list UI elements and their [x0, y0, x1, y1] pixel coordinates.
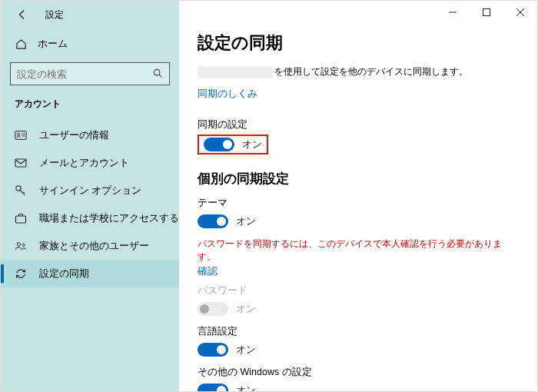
sidebar-section-label: アカウント: [1, 93, 179, 118]
other-windows-toggle-label: オン: [236, 384, 256, 392]
maximize-button[interactable]: [470, 1, 503, 24]
search-wrap: [1, 58, 179, 93]
description-text: を使用して設定を他のデバイスに同期します。: [274, 65, 468, 78]
setting-theme-label: テーマ: [198, 197, 519, 210]
description-row: を使用して設定を他のデバイスに同期します。: [198, 65, 519, 78]
svg-point-6: [17, 243, 20, 246]
individual-sync-title: 個別の同期設定: [198, 170, 519, 188]
sync-settings-heading: 同期の設定: [198, 118, 519, 131]
sync-icon: [15, 267, 27, 280]
setting-password-label: パスワード: [198, 284, 519, 297]
home-row[interactable]: ホーム: [1, 30, 179, 58]
theme-toggle[interactable]: [198, 214, 228, 228]
minimize-button[interactable]: [436, 1, 470, 24]
sidebar-item-sync-settings[interactable]: 設定の同期: [1, 260, 179, 287]
svg-point-2: [18, 134, 20, 136]
search-icon: [152, 68, 163, 81]
titlebar-title: 設定: [45, 8, 64, 22]
window-controls: [436, 1, 537, 24]
sidebar-item-user-info[interactable]: ユーザーの情報: [1, 121, 179, 149]
close-button[interactable]: [503, 1, 537, 24]
password-warning: パスワードを同期するには、このデバイスで本人確認を行う必要があります。: [198, 238, 519, 264]
setting-other-windows: その他の Windows の設定 オン: [198, 366, 519, 391]
sidebar-item-email-accounts[interactable]: メールとアカウント: [1, 149, 179, 177]
setting-other-label: その他の Windows の設定: [198, 366, 519, 379]
sync-master-toggle[interactable]: [204, 138, 234, 151]
language-toggle-label: オン: [236, 344, 256, 357]
svg-rect-3: [15, 159, 26, 167]
setting-theme: テーマ オン: [198, 197, 519, 228]
setting-language-label: 言語設定: [198, 325, 519, 338]
setting-language: 言語設定 オン: [198, 325, 519, 357]
sidebar-item-label: メールとアカウント: [39, 157, 129, 170]
password-toggle-label: オン: [236, 303, 256, 316]
mail-icon: [15, 158, 27, 168]
key-icon: [15, 184, 27, 197]
theme-toggle-label: オン: [236, 215, 256, 228]
sidebar: 設定 ホーム アカウント ユーザーの情報: [1, 1, 179, 391]
sidebar-item-label: 設定の同期: [39, 267, 89, 281]
setting-password: パスワード オン: [198, 284, 519, 316]
sidebar-nav: ユーザーの情報 メールとアカウント サインイン オプション 職場または学校にアク…: [1, 121, 179, 287]
sidebar-item-work-school[interactable]: 職場または学校にアクセスする: [1, 204, 179, 232]
titlebar: 設定: [1, 1, 179, 28]
verify-link[interactable]: 確認: [198, 265, 218, 278]
main-pane: 設定の同期 を使用して設定を他のデバイスに同期します。 同期のしくみ 同期の設定…: [179, 1, 537, 391]
briefcase-icon: [15, 213, 27, 224]
home-label: ホーム: [38, 37, 68, 51]
sync-master-toggle-label: オン: [242, 138, 262, 151]
svg-point-7: [22, 244, 25, 246]
sidebar-item-label: 職場または学校にアクセスする: [39, 212, 179, 225]
sidebar-item-family-users[interactable]: 家族とその他のユーザー: [1, 232, 179, 260]
sidebar-item-label: サインイン オプション: [39, 184, 141, 198]
people-icon: [15, 241, 27, 251]
svg-rect-5: [16, 216, 26, 223]
other-windows-toggle[interactable]: [198, 384, 228, 391]
svg-rect-1: [15, 131, 26, 140]
password-toggle: [198, 302, 228, 316]
id-card-icon: [15, 130, 27, 141]
how-sync-works-link[interactable]: 同期のしくみ: [198, 88, 257, 101]
sidebar-item-label: 家族とその他のユーザー: [39, 240, 149, 253]
svg-rect-8: [483, 9, 490, 16]
sidebar-item-signin-options[interactable]: サインイン オプション: [1, 177, 179, 204]
search-box[interactable]: [10, 62, 170, 85]
language-toggle[interactable]: [198, 343, 228, 357]
sidebar-item-label: ユーザーの情報: [39, 129, 109, 142]
search-input[interactable]: [17, 68, 152, 80]
svg-point-4: [16, 186, 21, 191]
highlight-box: オン: [198, 135, 268, 154]
svg-point-0: [154, 69, 160, 75]
back-button[interactable]: [8, 1, 36, 28]
redacted-account: [198, 66, 273, 78]
home-icon: [15, 38, 27, 50]
